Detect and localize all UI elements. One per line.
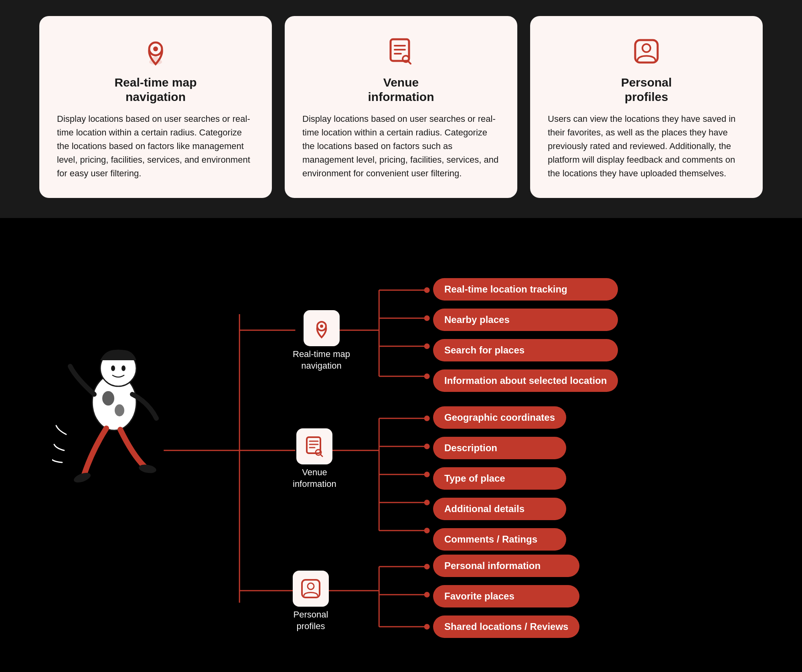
- svg-point-49: [102, 391, 114, 406]
- svg-point-35: [424, 528, 430, 533]
- node-personal-profiles: Personal profiles: [293, 571, 329, 632]
- document-search-icon: [385, 35, 417, 67]
- svg-point-47: [111, 365, 115, 371]
- person-icon-card: [630, 35, 662, 67]
- svg-point-16: [424, 287, 430, 293]
- card-venue-info-text: Display locations based on user searches…: [302, 112, 500, 180]
- svg-line-60: [320, 454, 322, 456]
- svg-point-31: [424, 472, 430, 477]
- tags-venue-info: Geographic coordinates Description Type …: [433, 406, 566, 551]
- tag-additional-details: Additional details: [433, 498, 566, 520]
- card-personal-profiles-title: Personal profiles: [621, 75, 672, 104]
- card-realtime-map: Real-time map navigation Display locatio…: [39, 16, 272, 198]
- tag-type-of-place: Type of place: [433, 467, 566, 490]
- svg-point-42: [424, 592, 430, 597]
- tag-personal-info: Personal information: [433, 555, 579, 577]
- card-venue-info: Venue information Display locations base…: [285, 16, 517, 198]
- diagram-section: Real-time map navigation Venue informati…: [0, 218, 802, 672]
- card-venue-info-title: Venue information: [368, 75, 434, 104]
- svg-point-50: [115, 404, 124, 416]
- node-venue-info-label: Venue information: [293, 467, 336, 490]
- tag-shared-locations: Shared locations / Reviews: [433, 615, 579, 638]
- tag-description: Description: [433, 437, 566, 459]
- svg-point-48: [122, 365, 126, 371]
- card-personal-profiles-text: Users can view the locations they have s…: [548, 112, 745, 180]
- node-venue-info-icon: [296, 428, 332, 464]
- tag-geographic-coords: Geographic coordinates: [433, 406, 566, 429]
- svg-point-1: [153, 46, 158, 51]
- node-realtime-map-icon: [304, 310, 340, 346]
- svg-point-9: [642, 44, 650, 52]
- svg-line-7: [408, 61, 411, 64]
- node-personal-profiles-icon: [293, 571, 329, 607]
- node-venue-info: Venue information: [293, 428, 336, 490]
- tag-info-selected-location: Information about selected location: [433, 369, 618, 392]
- svg-rect-55: [307, 437, 320, 453]
- tags-personal-profiles: Personal information Favorite places Sha…: [433, 555, 579, 638]
- svg-point-29: [424, 444, 430, 449]
- node-personal-profiles-label: Personal profiles: [294, 609, 328, 632]
- card-realtime-map-text: Display locations based on user searches…: [57, 112, 254, 180]
- svg-point-62: [308, 583, 314, 589]
- tag-comments-ratings: Comments / Ratings: [433, 528, 566, 551]
- tag-nearby-places: Nearby places: [433, 309, 618, 331]
- svg-point-54: [320, 325, 323, 328]
- svg-point-40: [424, 564, 430, 569]
- svg-point-33: [424, 500, 430, 505]
- node-realtime-map-label: Real-time map navigation: [293, 349, 350, 371]
- svg-point-18: [424, 315, 430, 321]
- svg-point-27: [424, 416, 430, 421]
- svg-point-20: [424, 343, 430, 349]
- diagram-wrapper: Real-time map navigation Venue informati…: [32, 242, 770, 663]
- tags-realtime-map: Real-time location tracking Nearby place…: [433, 278, 618, 392]
- tag-favorite-places: Favorite places: [433, 585, 579, 607]
- person-illustration: [44, 322, 180, 523]
- svg-point-22: [424, 373, 430, 379]
- card-realtime-map-title: Real-time map navigation: [114, 75, 196, 104]
- svg-point-44: [424, 624, 430, 630]
- map-pin-icon: [140, 35, 172, 67]
- tag-search-places: Search for places: [433, 339, 618, 361]
- card-personal-profiles: Personal profiles Users can view the loc…: [530, 16, 763, 198]
- top-cards-section: Real-time map navigation Display locatio…: [0, 0, 802, 218]
- node-realtime-map: Real-time map navigation: [293, 310, 350, 371]
- tag-realtime-location: Real-time location tracking: [433, 278, 618, 301]
